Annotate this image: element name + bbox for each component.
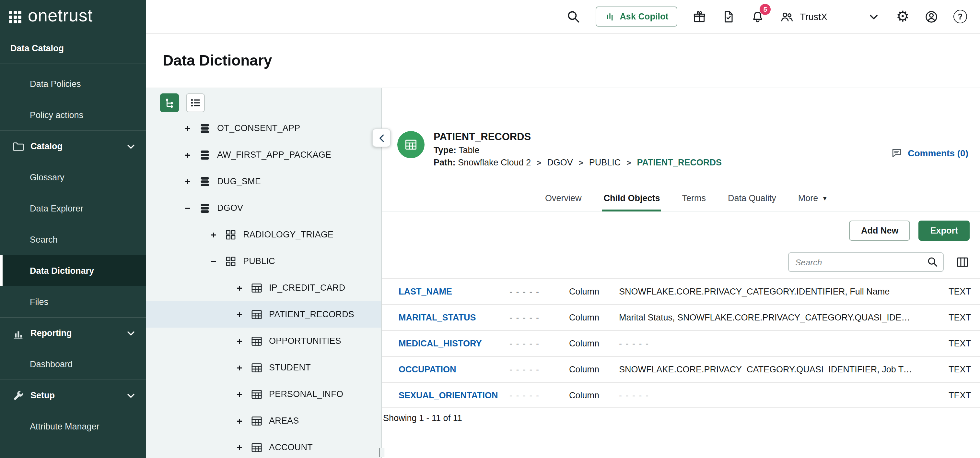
expand-toggle[interactable]: − [183,203,192,214]
list-view-button[interactable] [186,93,205,112]
expand-toggle[interactable]: + [235,415,244,426]
column-name-link[interactable]: OCCUPATION [399,365,509,374]
sidebar-item[interactable]: Data Explorer [0,193,146,224]
tree-item[interactable]: + ACCOUNT [146,434,381,458]
cell-object-type: Column [569,313,619,322]
column-name-link[interactable]: LAST_NAME [399,287,509,297]
sidebar-item-label: Catalog [30,141,62,151]
action-buttons: Add New Export [382,220,970,241]
expand-toggle[interactable]: + [183,149,192,160]
sidebar-item[interactable]: Reporting [0,317,146,348]
cell-placeholder: - - - - - [509,313,569,322]
app-launcher-icon[interactable] [9,11,21,23]
expand-toggle[interactable]: + [235,335,244,346]
chevron-down-icon[interactable] [867,10,881,24]
breadcrumb-item[interactable]: PATIENT_RECORDS> [637,158,722,168]
expand-toggle[interactable]: + [235,282,244,293]
expand-toggle[interactable]: + [183,176,192,187]
tenant-switcher[interactable]: TrustX [780,10,827,24]
assessment-doc-icon[interactable] [721,10,736,24]
product-title: Data Catalog [0,34,146,64]
sidebar-item[interactable]: Policy actions [0,99,146,130]
tree-item[interactable]: + PERSONAL_INFO [146,381,381,407]
logo[interactable]: onetrust [0,0,146,34]
tree-item[interactable]: + RADIOLOGY_TRIAGE [146,221,381,248]
tab[interactable]: More▼ [797,185,829,211]
page-title: Data Dictionary [163,52,272,69]
tree-item[interactable]: + AREAS [146,407,381,434]
sidebar-item[interactable]: Setup [0,380,146,411]
tree-item[interactable]: + OPPORTUNITIES [146,328,381,354]
schema-icon [224,255,237,268]
tree-item[interactable]: + AW_FIRST_APP_PACKAGE [146,141,381,168]
breadcrumb-item[interactable]: DGOV> [547,158,589,168]
tree-item[interactable]: − PUBLIC [146,248,381,274]
sidebar: onetrust Data Catalog Data Policies [0,0,146,458]
cell-description: SNOWFLAKE.CORE.PRIVACY_CATEGORY.QUASI_ID… [619,365,926,374]
column-name-link[interactable]: SEXUAL_ORIENTATION [399,390,509,400]
entity-meta: PATIENT_RECORDS Type: Table Path: Snowfl… [434,131,722,168]
table-icon [250,361,263,374]
breadcrumb-item[interactable]: PUBLIC> [589,158,637,168]
search-input[interactable] [788,252,944,272]
expand-toggle[interactable]: − [209,255,218,267]
tree-item[interactable]: + DUG_SME [146,168,381,195]
sidebar-item[interactable]: Data Policies [0,68,146,99]
tree-item[interactable]: + OT_CONSENT_APP [146,115,381,141]
panel-resize-handle[interactable] [379,448,384,457]
column-settings-button[interactable] [955,254,970,270]
sidebar-item[interactable]: Attribute Manager [0,411,146,442]
tab[interactable]: Data Quality▼ [727,185,778,211]
sidebar-item[interactable]: Dashboard [0,348,146,380]
users-icon [780,10,794,24]
tab-label: Data Quality [728,193,776,203]
logo-wordmark[interactable]: onetrust [28,6,93,26]
expand-toggle[interactable]: + [235,389,244,400]
breadcrumb-item[interactable]: Snowflake Cloud 2> [458,158,547,168]
expand-toggle[interactable]: + [183,123,192,134]
export-button[interactable]: Export [918,220,970,241]
add-new-button[interactable]: Add New [850,220,910,241]
expand-toggle[interactable]: + [235,442,244,453]
tree-view-button[interactable] [160,93,179,112]
database-icon [198,201,211,214]
entity-type: Type: Table [434,145,722,155]
sidebar-item[interactable]: Search [0,224,146,255]
cell-datatype: TEXT [926,287,971,297]
tab[interactable]: Terms▼ [681,185,708,211]
sidebar-item-label: Data Policies [30,79,81,89]
account-icon[interactable] [924,10,939,24]
main-panel: PATIENT_RECORDS Type: Table Path: Snowfl… [382,88,980,458]
column-name-link[interactable]: MEDICAL_HISTORY [399,338,509,348]
main-region: Ask Copilot 5 TrustX ⚙ [146,0,980,458]
sidebar-item[interactable]: Glossary [0,161,146,193]
search-icon[interactable] [566,10,581,24]
sidebar-item[interactable]: Catalog [0,130,146,161]
copilot-icon [605,11,615,22]
page-header: Data Dictionary [146,34,980,88]
tree-item[interactable]: + STUDENT [146,354,381,381]
settings-gear-icon[interactable]: ⚙ [896,9,909,24]
ask-copilot-button[interactable]: Ask Copilot [596,6,677,27]
tab[interactable]: Overview▼ [544,185,583,211]
tree-item[interactable]: + PATIENT_RECORDS [146,301,381,328]
tree-item[interactable]: − DGOV [146,195,381,221]
expand-toggle[interactable]: + [209,229,218,240]
sidebar-item[interactable]: Data Dictionary [0,255,146,286]
column-name-link[interactable]: MARITAL_STATUS [399,313,509,322]
tree-item-label: ACCOUNT [269,442,313,452]
cell-description: SNOWFLAKE.CORE.PRIVACY_CATEGORY.IDENTIFI… [619,287,926,297]
comments-link[interactable]: Comments (0) [890,147,968,159]
entity-name: PATIENT_RECORDS [434,131,722,143]
tab[interactable]: Child Objects▼ [603,185,662,211]
tree-item[interactable]: + IP_CREDIT_CARD [146,274,381,301]
table-icon [250,308,263,321]
collapse-tree-button[interactable] [372,128,391,147]
sidebar-item[interactable]: Files [0,286,146,317]
help-icon[interactable]: ? [953,10,967,23]
expand-toggle[interactable]: + [235,362,244,373]
search-icon[interactable] [927,256,939,268]
gift-icon[interactable] [692,10,706,24]
expand-toggle[interactable]: + [235,309,244,320]
notifications-bell-icon[interactable]: 5 [751,10,765,24]
